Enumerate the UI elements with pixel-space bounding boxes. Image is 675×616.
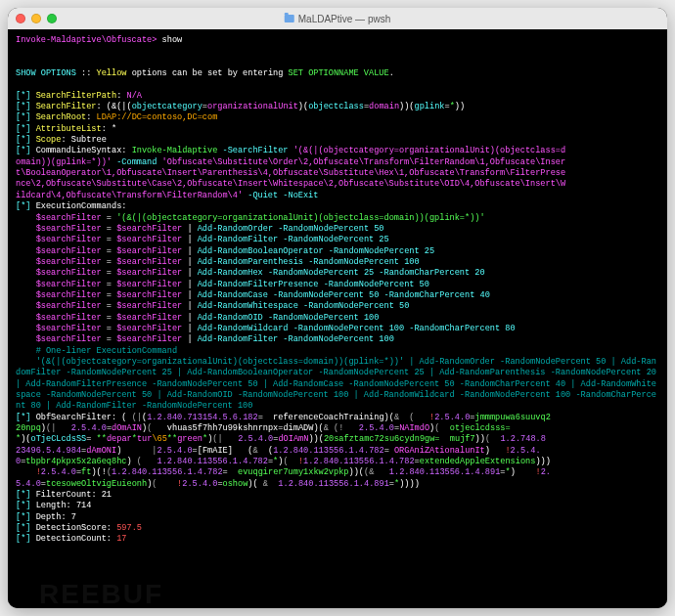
window-title-text: MaLDAPtive — pwsh [298,14,390,24]
opt-executioncommands: ExecutionCommands [36,201,122,211]
close-icon[interactable] [16,14,25,23]
terminal-body[interactable]: Invoke-Maldaptive\Obfuscate> show SHOW O… [8,29,667,608]
titlebar: MaLDAPtive — pwsh [8,8,667,29]
oneliner-body: '(&(|(objectcategory=organizationalUnit)… [16,357,661,411]
obf-filter-body: ( (|(1.2.840.713154.5.6.182= referenceCo… [16,413,551,489]
minimize-icon[interactable] [31,14,41,23]
stat-depth: Depth [36,512,62,522]
window-title: MaLDAPtive — pwsh [285,14,390,24]
oneliner-comment: # One-liner ExecutionCommand [36,346,177,356]
terminal-window: MaLDAPtive — pwsh Invoke-Maldaptive\Obfu… [8,8,667,608]
opt-attributelist: AttributeList [36,124,102,134]
folder-icon [285,15,294,22]
zoom-icon[interactable] [47,14,57,23]
stat-detectioncount: DetectionCount [36,534,107,544]
stat-detectionscore: DetectionScore [36,523,107,533]
opt-searchroot: SearchRoot [36,112,87,122]
opt-searchfilter: SearchFilter [36,102,97,111]
opt-scope: Scope [36,135,62,145]
prompt-command: show [162,35,183,45]
opt-commandlinesyntax: CommandLineSyntax [36,146,122,155]
opt-searchfilterpath: SearchFilterPath [36,91,117,101]
prompt-path: Invoke-Maldaptive\Obfuscate> [16,35,157,45]
banner-title: SHOW OPTIONS [16,68,76,78]
traffic-lights [16,14,57,23]
stat-length: Length [36,501,67,510]
opt-obfsearchfilter: ObfSearchFilter [36,413,112,422]
stat-filtercount: FilterCount [36,490,92,500]
